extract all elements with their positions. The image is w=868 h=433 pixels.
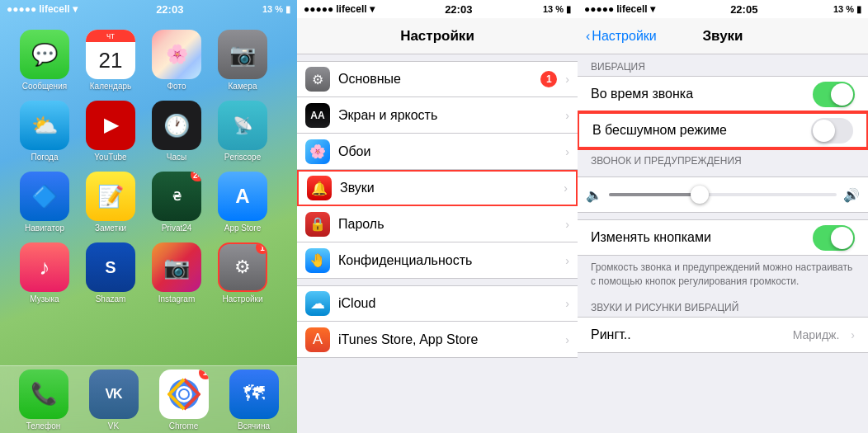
app-periscope[interactable]: 📡 Periscope [211,101,274,168]
status-bar-1: ●●●●● lifecell ▾ 22:03 13 % ▮ [0,0,297,18]
app-camera[interactable]: 📷 Камера [211,30,274,97]
change-toggle-knob [831,227,853,249]
app-icon-clock[interactable]: 🕐 [152,101,201,150]
settings-row-general[interactable]: ⚙ Основные 1 › [297,61,578,97]
dock-maps[interactable]: 🗺 Всячина [229,369,279,431]
app-settings[interactable]: ⚙ 1 Настройки [211,242,274,310]
status-bar-2: ●●●●● lifecell ▾ 22:03 13 % ▮ [297,0,578,18]
app-label-appstore: App Store [224,224,261,233]
status-time: 22:03 [156,3,183,16]
app-icon-calendar[interactable]: чт 21 [86,30,135,79]
app-weather[interactable]: ⛅ Погода [13,101,76,168]
dock-icon-vk[interactable]: VK [89,369,139,419]
ringtone-header: ЗВОНОК И ПРЕДУПРЕЖДЕНИЯ [578,148,868,170]
app-icon-youtube[interactable]: ▶ [86,101,135,150]
app-label-periscope: Periscope [224,153,261,162]
status-carrier-3: ●●●●● lifecell ▾ [584,3,655,15]
app-music[interactable]: ♪ Музыка [13,242,76,310]
change-buttons-row[interactable]: Изменять кнопками [578,219,868,256]
app-clock[interactable]: 🕐 Часы [145,101,208,168]
app-notes[interactable]: 📝 Заметки [79,172,142,239]
ringtone-row-label: Рингт.. [591,327,785,342]
silent-mode-toggle[interactable] [811,118,853,144]
sounds-nav-bar: ‹ Настройки Звуки [578,18,868,54]
toggle-knob [831,83,853,106]
app-youtube[interactable]: ▶ YouTube [79,101,142,168]
status-time-2: 22:03 [445,3,472,16]
app-calendar[interactable]: чт 21 Календарь [79,30,142,97]
app-label-instagram: Instagram [158,294,195,304]
svg-point-3 [180,390,188,398]
silent-mode-row[interactable]: В бесшумном режиме [578,112,868,148]
settings-row-passcode[interactable]: 🔒 Пароль › [297,206,578,242]
settings-row-privacy[interactable]: 🤚 Конфиденциальность › [297,242,578,279]
back-button[interactable]: ‹ Настройки [586,29,657,44]
settings-row-wallpaper[interactable]: 🌸 Обои › [297,134,578,170]
app-icon-periscope[interactable]: 📡 [218,101,267,150]
app-icon-weather[interactable]: ⛅ [20,101,69,150]
app-privat24[interactable]: ₴ 24 Privat24 [145,172,208,239]
privacy-label: Конфиденциальность [338,253,557,268]
app-icon-messages[interactable]: 💬 [20,30,69,79]
phone2-settings: ●●●●● lifecell ▾ 22:03 13 % ▮ Настройки … [297,0,578,433]
app-icon-instagram[interactable]: 📷 [152,242,201,292]
app-instagram[interactable]: 📷 Instagram [145,242,208,310]
carrier-name: lifecell [39,3,69,15]
app-icon-camera[interactable]: 📷 [218,30,267,79]
general-icon: ⚙ [305,67,330,92]
app-appstore[interactable]: A App Store [211,172,274,239]
volume-slider-row: 🔈 🔊 [578,176,868,213]
phone3-sounds: ●●●●● lifecell ▾ 22:05 13 % ▮ ‹ Настройк… [578,0,868,433]
back-label[interactable]: Настройки [592,29,656,44]
settings-row-icloud[interactable]: ☁ iCloud › [297,285,578,322]
app-label-photos: Фото [167,82,186,91]
calendar-day: чт [86,30,135,42]
dock-label-vk: VK [108,421,119,431]
display-label: Экран и яркость [338,108,557,123]
status-time-3: 22:05 [730,3,757,16]
privat-badge: 24 [191,172,201,181]
wallpaper-icon: 🌸 [305,139,330,164]
volume-thumb[interactable] [691,186,709,204]
volume-slider[interactable] [609,193,837,196]
phone1-homescreen: ●●●●● lifecell ▾ 22:03 13 % ▮ 💬 Сообщени… [0,0,297,433]
volume-description: Громкость звонка и предупреждений можно … [578,256,868,295]
app-icon-settings[interactable]: ⚙ 1 [218,242,267,292]
settings-row-sounds[interactable]: 🔔 Звуки › [297,170,578,206]
settings-row-itunes[interactable]: A iTunes Store, App Store › [297,322,578,358]
dock: 📞 Телефон VK VK 1 Chrome 🗺 [0,365,297,433]
icloud-chevron: › [565,297,569,310]
app-label-privat24: Privat24 [162,224,192,233]
settings-row-display[interactable]: AA Экран и яркость › [297,97,578,134]
volume-low-icon: 🔈 [586,187,602,203]
vibration-header: ВИБРАЦИЯ [578,54,868,76]
app-icon-privat24[interactable]: ₴ 24 [152,172,201,221]
app-label-calendar: Календарь [90,82,131,91]
app-shazam[interactable]: S Shazam [79,242,142,310]
dock-vk[interactable]: VK VK [89,369,139,431]
during-call-row[interactable]: Во время звонка [578,76,868,112]
app-icon-appstore[interactable]: A [218,172,267,221]
change-buttons-toggle[interactable] [813,225,855,251]
app-navigator[interactable]: 🔷 Навигатор [13,172,76,239]
sounds-chevron: › [564,181,568,195]
app-messages[interactable]: 💬 Сообщения [13,30,76,97]
carrier-name-3: lifecell [616,3,647,15]
dock-icon-phone[interactable]: 📞 [19,369,68,419]
ringtone-row[interactable]: Рингт.. Маридж. › [578,317,868,353]
app-photos[interactable]: 🌸 Фото [145,30,208,97]
app-icon-shazam[interactable]: S [86,242,135,292]
calendar-date: 21 [99,42,123,79]
display-icon: AA [305,103,330,128]
app-icon-photos[interactable]: 🌸 [152,30,201,79]
during-call-toggle[interactable] [813,82,855,107]
dock-icon-chrome[interactable]: 1 [159,369,209,419]
sounds-label: Звуки [340,181,555,195]
wifi-icon: ▾ [73,3,78,15]
dock-icon-maps[interactable]: 🗺 [229,369,279,419]
app-icon-navigator[interactable]: 🔷 [20,172,69,221]
dock-phone[interactable]: 📞 Телефон [19,369,68,431]
app-icon-music[interactable]: ♪ [20,242,69,292]
dock-chrome[interactable]: 1 Chrome [159,369,209,431]
app-icon-notes[interactable]: 📝 [86,172,135,221]
